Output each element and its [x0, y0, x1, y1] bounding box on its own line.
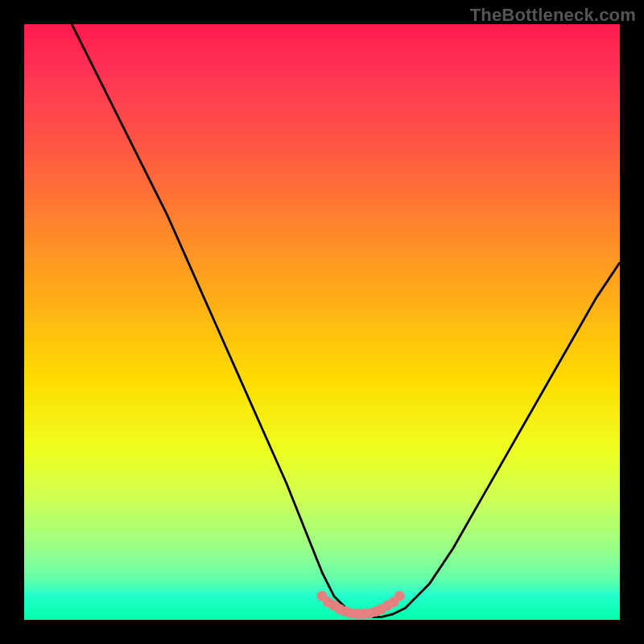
valley-dot — [382, 601, 393, 611]
valley-marker — [317, 591, 405, 619]
valley-dot — [394, 591, 405, 601]
valley-dot — [388, 597, 398, 607]
valley-dot — [353, 609, 363, 619]
valley-dot — [370, 606, 381, 617]
valley-dot — [341, 606, 351, 617]
valley-dot — [358, 609, 369, 619]
curve-layer — [24, 24, 620, 620]
chart-container: TheBottleneck.com — [0, 0, 644, 644]
valley-dot — [328, 601, 339, 611]
valley-dot — [377, 604, 387, 614]
valley-dot — [347, 608, 357, 618]
plot-area — [24, 24, 620, 620]
valley-dot — [323, 597, 333, 607]
watermark-text: TheBottleneck.com — [470, 5, 636, 26]
valley-dot — [317, 591, 328, 601]
valley-dot — [335, 604, 345, 614]
valley-dot — [365, 608, 375, 618]
bottleneck-curve — [72, 24, 620, 617]
